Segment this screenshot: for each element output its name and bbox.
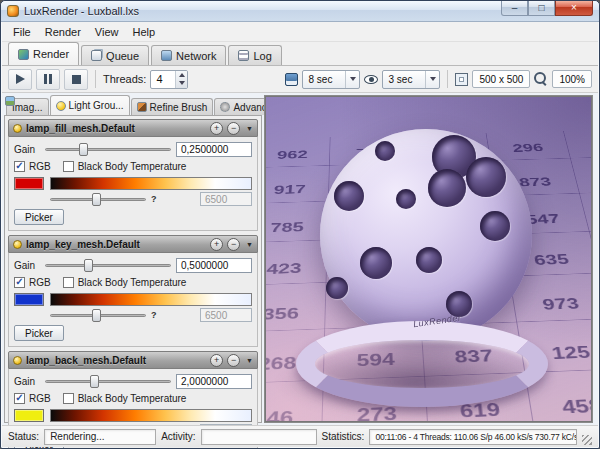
color-picker-button[interactable]: Picker [14, 209, 64, 225]
temperature-row: ? 6500 [14, 192, 252, 206]
menu-file[interactable]: File [6, 24, 38, 40]
blackbody-checkbox[interactable] [63, 277, 74, 288]
collapse-caret-icon[interactable]: ▼ [244, 357, 253, 364]
status-value-box: Rendering... [44, 429, 156, 445]
sphere-hole [416, 247, 442, 273]
group-solo-button[interactable]: − [227, 354, 240, 367]
app-icon [7, 5, 19, 17]
group-enable-button[interactable]: + [210, 238, 223, 251]
display-interval-combo[interactable]: 3 sec [382, 70, 440, 89]
display-interval-arrow[interactable] [425, 71, 439, 88]
minus-icon: − [231, 240, 236, 249]
group-enable-button[interactable]: + [210, 354, 223, 367]
temperature-value: 6500 [205, 194, 227, 205]
help-question-mark: ? [151, 194, 157, 204]
light-group-name: lamp_key_mesh.Default [26, 239, 206, 250]
plus-icon: + [214, 356, 219, 365]
light-group-header[interactable]: lamp_back_mesh.Default + − ▼ [8, 351, 258, 369]
color-swatch[interactable] [14, 409, 44, 422]
temperature-slider[interactable] [50, 193, 146, 206]
plus-icon: + [214, 240, 219, 249]
gain-value-box[interactable]: 0,2500000 [176, 142, 252, 157]
color-swatch[interactable] [14, 293, 44, 306]
gain-value-box[interactable]: 2,0000000 [176, 374, 252, 389]
tab-log[interactable]: Log [228, 45, 281, 65]
activity-label: Activity: [161, 431, 195, 442]
log-tab-icon [238, 50, 249, 61]
light-group-name: lamp_back_mesh.Default [26, 355, 206, 366]
title-bar[interactable]: LuxRender - Luxball.lxs – □ × [1, 1, 599, 22]
slider-handle[interactable] [92, 193, 101, 206]
light-group-header[interactable]: lamp_fill_mesh.Default + − ▼ [8, 119, 258, 137]
light-groups-tab-icon [56, 101, 66, 111]
color-picker-button[interactable]: Picker [14, 325, 64, 341]
swatch-row [14, 291, 252, 308]
tab-refine-brush[interactable]: Refine Brush [131, 98, 214, 115]
save-interval-arrow[interactable] [345, 71, 359, 88]
zoom-level-display[interactable]: 100% [552, 70, 592, 88]
slider-handle[interactable] [92, 309, 101, 322]
menu-view[interactable]: View [88, 24, 126, 40]
group-solo-button[interactable]: − [227, 122, 240, 135]
toolbar-right-group: 8 sec 3 sec 500 x 500 100% [285, 70, 592, 89]
save-interval-combo[interactable]: 8 sec [302, 70, 360, 89]
luxball-sphere [320, 129, 532, 341]
swatch-row [14, 175, 252, 192]
temperature-slider[interactable] [50, 309, 146, 322]
dropdown-arrow-icon [430, 77, 436, 81]
render-toolbar: Threads: 4 8 sec 3 sec 500 x 500 100% [2, 66, 598, 93]
rgb-checkbox[interactable]: ✓ [14, 393, 25, 404]
resume-render-button[interactable] [8, 69, 32, 90]
temperature-value-box: 6500 [200, 308, 252, 322]
rendered-image[interactable]: 185 962 734 518 296 462 917 385 249 873 … [266, 97, 591, 421]
tab-render[interactable]: Render [8, 42, 79, 65]
gain-slider[interactable] [45, 375, 171, 388]
tab-imaging[interactable]: Imag... [6, 98, 49, 115]
spin-up-icon[interactable] [179, 73, 185, 77]
check-icon: ✓ [15, 161, 23, 171]
stop-icon [72, 75, 81, 84]
tab-network[interactable]: Network [151, 45, 226, 65]
menu-help[interactable]: Help [125, 24, 162, 40]
slider-handle[interactable] [79, 143, 88, 156]
color-swatch[interactable] [14, 177, 44, 190]
spinner-arrows[interactable] [175, 71, 187, 88]
group-enable-button[interactable]: + [210, 122, 223, 135]
rgb-checkbox[interactable]: ✓ [14, 161, 25, 172]
maximize-button[interactable]: □ [528, 1, 555, 16]
rgb-checkbox[interactable]: ✓ [14, 277, 25, 288]
collapse-caret-icon[interactable]: ▼ [244, 125, 253, 132]
slider-handle[interactable] [84, 259, 93, 272]
gain-label: Gain [14, 144, 40, 155]
gain-label: Gain [14, 260, 40, 271]
light-group-header[interactable]: lamp_key_mesh.Default + − ▼ [8, 235, 258, 253]
minus-icon: − [231, 124, 236, 133]
threads-spinner[interactable]: 4 [150, 70, 188, 89]
toolbar-separator [447, 70, 448, 88]
blackbody-checkbox[interactable] [63, 161, 74, 172]
close-button[interactable]: × [555, 1, 593, 16]
collapse-caret-icon[interactable]: ▼ [244, 241, 253, 248]
window-title: LuxRender - Luxball.lxs [24, 5, 139, 17]
pause-render-button[interactable] [36, 69, 60, 90]
light-bulb-icon [13, 240, 22, 249]
gain-value: 0,5000000 [181, 260, 228, 271]
threads-label: Threads: [103, 73, 146, 85]
window-controls: – □ × [501, 1, 593, 16]
gain-value-box[interactable]: 0,5000000 [176, 258, 252, 273]
tab-light-groups[interactable]: Light Grou... [50, 95, 130, 115]
network-tab-icon [161, 50, 172, 61]
gain-slider[interactable] [45, 259, 171, 272]
blackbody-checkbox[interactable] [63, 393, 74, 404]
slider-handle[interactable] [90, 375, 99, 388]
resize-grip[interactable] [582, 435, 592, 445]
group-solo-button[interactable]: − [227, 238, 240, 251]
close-icon: × [571, 3, 577, 13]
picker-row: Picker [14, 324, 252, 342]
minimize-button[interactable]: – [501, 1, 528, 16]
menu-render[interactable]: Render [38, 24, 88, 40]
stop-render-button[interactable] [64, 69, 88, 90]
tab-queue[interactable]: Queue [81, 45, 149, 65]
spin-down-icon[interactable] [179, 81, 185, 85]
gain-slider[interactable] [45, 143, 171, 156]
